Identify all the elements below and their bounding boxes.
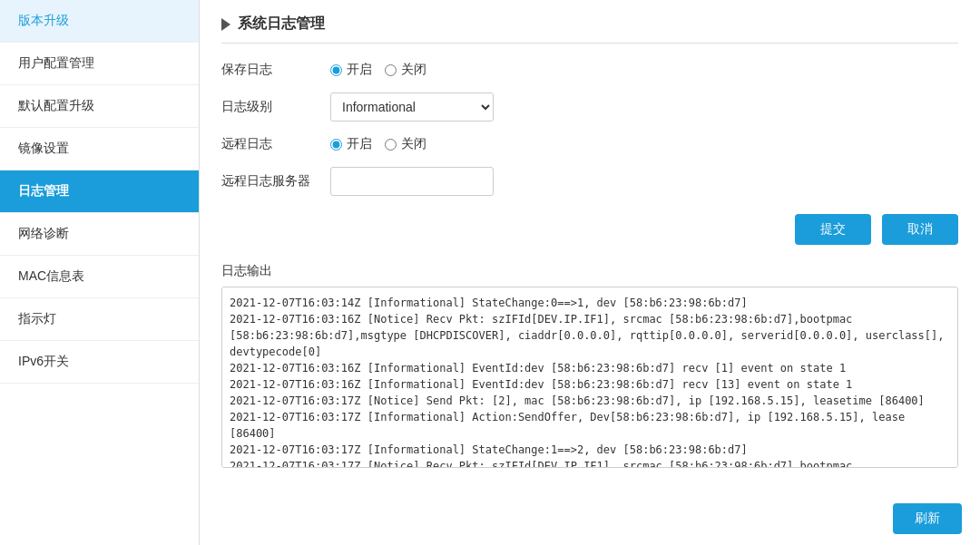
save-log-off-label[interactable]: 关闭 xyxy=(385,62,426,78)
remote-log-label: 远程日志 xyxy=(221,136,330,152)
remote-log-off-text: 关闭 xyxy=(401,136,426,152)
save-log-on-label[interactable]: 开启 xyxy=(330,62,372,78)
remote-server-row: 远程日志服务器 xyxy=(221,167,958,196)
cancel-button[interactable]: 取消 xyxy=(882,214,958,245)
remote-log-on-radio[interactable] xyxy=(330,139,342,151)
remote-server-input[interactable] xyxy=(330,167,494,196)
log-level-label: 日志级别 xyxy=(221,99,330,115)
save-log-on-radio[interactable] xyxy=(330,64,342,76)
log-output-label: 日志输出 xyxy=(221,263,958,279)
main-content: 系统日志管理 保存日志 开启 关闭 日 xyxy=(200,0,980,545)
save-log-row: 保存日志 开启 关闭 xyxy=(221,62,958,78)
section-title-text: 系统日志管理 xyxy=(238,15,325,34)
log-output-section: 日志输出 xyxy=(221,263,958,471)
save-log-on-text: 开启 xyxy=(347,62,372,78)
sidebar-item-mac-table[interactable]: MAC信息表 xyxy=(0,256,199,298)
remote-log-row: 远程日志 开启 关闭 xyxy=(221,136,958,152)
remote-log-on-text: 开启 xyxy=(347,136,372,152)
sidebar-item-ipv6-switch[interactable]: IPv6开关 xyxy=(0,341,199,384)
remote-log-on-label[interactable]: 开启 xyxy=(330,136,372,152)
sidebar-item-network-diag[interactable]: 网络诊断 xyxy=(0,213,199,256)
sidebar-item-indicator-light[interactable]: 指示灯 xyxy=(0,298,199,341)
log-output-textarea[interactable] xyxy=(221,287,958,468)
sidebar-item-mirror-settings[interactable]: 镜像设置 xyxy=(0,128,199,170)
form-section: 保存日志 开启 关闭 日志级别 InformationalWarningErro… xyxy=(221,62,958,196)
remote-server-label: 远程日志服务器 xyxy=(221,173,330,190)
remote-log-off-label[interactable]: 关闭 xyxy=(385,136,426,152)
save-log-off-text: 关闭 xyxy=(401,62,426,78)
sidebar-item-user-config[interactable]: 用户配置管理 xyxy=(0,43,199,85)
save-log-label: 保存日志 xyxy=(221,62,330,78)
button-row: 提交 取消 xyxy=(221,214,958,245)
remote-log-off-radio[interactable] xyxy=(385,139,397,151)
sidebar-item-version-upgrade[interactable]: 版本升级 xyxy=(0,0,199,43)
remote-log-radio-group: 开启 关闭 xyxy=(330,136,426,152)
content-area: 系统日志管理 保存日志 开启 关闭 日 xyxy=(200,0,980,545)
log-level-select[interactable]: InformationalWarningErrorDebug xyxy=(330,92,494,122)
sidebar-item-log-management[interactable]: 日志管理 xyxy=(0,170,199,213)
save-log-radio-group: 开启 关闭 xyxy=(330,62,426,78)
sidebar-item-default-upgrade[interactable]: 默认配置升级 xyxy=(0,85,199,128)
submit-button[interactable]: 提交 xyxy=(795,214,871,245)
log-level-row: 日志级别 InformationalWarningErrorDebug xyxy=(221,92,958,122)
save-log-off-radio[interactable] xyxy=(385,64,397,76)
refresh-btn-container: 刷新 xyxy=(893,503,962,534)
section-title: 系统日志管理 xyxy=(221,15,958,44)
sidebar: 版本升级用户配置管理默认配置升级镜像设置日志管理网络诊断MAC信息表指示灯IPv… xyxy=(0,0,200,545)
triangle-icon xyxy=(221,18,230,31)
refresh-button[interactable]: 刷新 xyxy=(893,503,962,534)
